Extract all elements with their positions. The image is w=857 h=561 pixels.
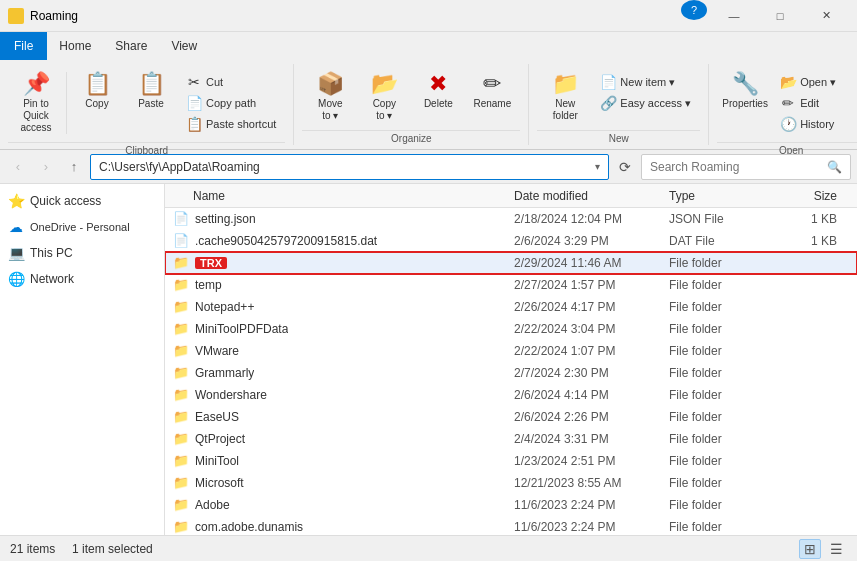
file-list-header: Name Date modified Type Size — [165, 184, 857, 208]
minimize-button[interactable]: — — [711, 0, 757, 32]
back-button[interactable]: ‹ — [6, 155, 30, 179]
copy-button-large[interactable]: 📋 Copy — [71, 68, 123, 126]
new-folder-button[interactable]: 📁 Newfolder — [539, 68, 591, 126]
file-icon-folder: 📁 — [173, 519, 191, 534]
file-icon-dat: 📄 — [173, 233, 191, 248]
paste-shortcut-button[interactable]: 📋 Paste shortcut — [179, 114, 283, 134]
sidebar-item-onedrive[interactable]: ☁ OneDrive - Personal — [0, 214, 164, 240]
file-row[interactable]: 📁 temp 2/27/2024 1:57 PM File folder — [165, 274, 857, 296]
file-row[interactable]: 📁 Wondershare 2/6/2024 4:14 PM File fold… — [165, 384, 857, 406]
pin-to-quick-access-button[interactable]: 📌 Pin to Quickaccess — [10, 68, 62, 126]
ribbon: 📌 Pin to Quickaccess 📋 Copy 📋 Paste ✂ Cu… — [0, 60, 857, 150]
cut-button[interactable]: ✂ Cut — [179, 72, 283, 92]
menu-share[interactable]: Share — [103, 32, 159, 60]
ribbon-clipboard: 📌 Pin to Quickaccess 📋 Copy 📋 Paste ✂ Cu… — [0, 64, 294, 145]
details-view-button[interactable]: ☰ — [825, 539, 847, 559]
search-input[interactable] — [650, 160, 823, 174]
maximize-button[interactable]: □ — [757, 0, 803, 32]
history-button[interactable]: 🕐 History — [773, 114, 857, 134]
copy-icon-large: 📋 — [84, 73, 111, 95]
header-type[interactable]: Type — [669, 189, 789, 203]
header-size[interactable]: Size — [789, 189, 849, 203]
file-row[interactable]: 📄 .cache905042579720091581​5.dat 2/6/202… — [165, 230, 857, 252]
file-row[interactable]: 📁 VMware 2/22/2024 1:07 PM File folder — [165, 340, 857, 362]
paste-shortcut-label: Paste shortcut — [206, 118, 276, 130]
cut-label: Cut — [206, 76, 223, 88]
forward-button[interactable]: › — [34, 155, 58, 179]
file-row[interactable]: 📁 Grammarly 2/7/2024 2:30 PM File folder — [165, 362, 857, 384]
copy-path-button[interactable]: 📄 Copy path — [179, 93, 283, 113]
close-button[interactable]: ✕ — [803, 0, 849, 32]
header-name[interactable]: Name — [173, 189, 514, 203]
help-button[interactable]: ? — [681, 0, 707, 20]
file-icon-json: 📄 — [173, 211, 191, 226]
file-list: Name Date modified Type Size 📄 setting.j… — [165, 184, 857, 535]
file-row[interactable]: 📁 Notepad++ 2/26/2024 4:17 PM File folde… — [165, 296, 857, 318]
file-row[interactable]: 📁 com.adobe.dunamis 11/6/2023 2:24 PM Fi… — [165, 516, 857, 535]
file-row[interactable]: 📁 Adobe 11/6/2023 2:24 PM File folder — [165, 494, 857, 516]
copy-label: Copy — [85, 98, 108, 109]
ribbon-new: 📁 Newfolder 📄 New item ▾ 🔗 Easy access ▾… — [529, 64, 709, 145]
menu-view[interactable]: View — [159, 32, 209, 60]
file-row[interactable]: 📄 setting.json 2/18/2024 12:04 PM JSON F… — [165, 208, 857, 230]
open-button[interactable]: 📂 Open ▾ — [773, 72, 857, 92]
sidebar-item-this-pc[interactable]: 💻 This PC — [0, 240, 164, 266]
file-name: Microsoft — [195, 476, 244, 490]
delete-button[interactable]: ✖ Delete — [412, 68, 464, 126]
file-name-cell: 📁 Grammarly — [173, 365, 514, 380]
divider — [66, 72, 67, 134]
search-bar[interactable]: 🔍 — [641, 154, 851, 180]
new-item-button[interactable]: 📄 New item ▾ — [593, 72, 698, 92]
sidebar-item-network[interactable]: 🌐 Network — [0, 266, 164, 292]
file-icon-folder: 📁 — [173, 409, 191, 424]
address-bar[interactable]: C:\Users\fy\AppData\Roaming ▾ — [90, 154, 609, 180]
file-date: 2/6/2024 2:26 PM — [514, 410, 669, 424]
sidebar-label-quick-access: Quick access — [30, 194, 101, 208]
file-name-cell: 📄 setting.json — [173, 211, 514, 226]
file-name-cell: 📁 TRX — [173, 255, 514, 270]
menu-home[interactable]: Home — [47, 32, 103, 60]
open-icon: 📂 — [780, 74, 796, 90]
properties-button[interactable]: 🔧 Properties — [719, 68, 771, 126]
paste-button[interactable]: 📋 Paste — [125, 68, 177, 126]
file-date: 11/6/2023 2:24 PM — [514, 520, 669, 534]
file-row[interactable]: 📁 EaseUS 2/6/2024 2:26 PM File folder — [165, 406, 857, 428]
move-to-button[interactable]: 📦 Moveto ▾ — [304, 68, 356, 126]
menu-file[interactable]: File — [0, 32, 47, 60]
file-row[interactable]: 📁 MiniToolPDFData 2/22/2024 3:04 PM File… — [165, 318, 857, 340]
file-row[interactable]: 📁 MiniTool 1/23/2024 2:51 PM File folder — [165, 450, 857, 472]
file-icon-folder: 📁 — [173, 453, 191, 468]
sidebar: ⭐ Quick access ☁ OneDrive - Personal 💻 T… — [0, 184, 165, 535]
sidebar-label-onedrive: OneDrive - Personal — [30, 221, 130, 233]
header-date[interactable]: Date modified — [514, 189, 669, 203]
copy-to-label: Copyto ▾ — [373, 98, 396, 122]
refresh-button[interactable]: ⟳ — [613, 155, 637, 179]
file-type: File folder — [669, 520, 789, 534]
copy-to-button[interactable]: 📂 Copyto ▾ — [358, 68, 410, 126]
new-item-icon: 📄 — [600, 74, 616, 90]
file-date: 2/4/2024 3:31 PM — [514, 432, 669, 446]
paste-shortcut-icon: 📋 — [186, 116, 202, 132]
file-name: Wondershare — [195, 388, 267, 402]
file-name: MiniToolPDFData — [195, 322, 288, 336]
clipboard-small-group: ✂ Cut 📄 Copy path 📋 Paste shortcut — [179, 68, 283, 138]
sidebar-item-quick-access[interactable]: ⭐ Quick access — [0, 188, 164, 214]
easy-access-button[interactable]: 🔗 Easy access ▾ — [593, 93, 698, 113]
file-row-trx[interactable]: 📁 TRX 2/29/2024 11:46 AM File folder — [165, 252, 857, 274]
copy-path-label: Copy path — [206, 97, 256, 109]
file-name-cell: 📁 VMware — [173, 343, 514, 358]
rename-button[interactable]: ✏ Rename — [466, 68, 518, 126]
file-row[interactable]: 📁 QtProject 2/4/2024 3:31 PM File folder — [165, 428, 857, 450]
cut-icon: ✂ — [186, 74, 202, 90]
file-date: 2/29/2024 11:46 AM — [514, 256, 669, 270]
file-row[interactable]: 📁 Microsoft 12/21/2023 8:55 AM File fold… — [165, 472, 857, 494]
file-name-cell: 📁 com.adobe.dunamis — [173, 519, 514, 534]
ribbon-open: 🔧 Properties 📂 Open ▾ ✏ Edit 🕐 History O… — [709, 64, 857, 145]
edit-button[interactable]: ✏ Edit — [773, 93, 857, 113]
pin-label: Pin to Quickaccess — [13, 98, 59, 134]
large-icons-view-button[interactable]: ⊞ — [799, 539, 821, 559]
file-name-cell: 📁 MiniTool — [173, 453, 514, 468]
up-button[interactable]: ↑ — [62, 155, 86, 179]
network-icon: 🌐 — [8, 271, 24, 287]
open-small-group: 📂 Open ▾ ✏ Edit 🕐 History — [773, 68, 857, 138]
